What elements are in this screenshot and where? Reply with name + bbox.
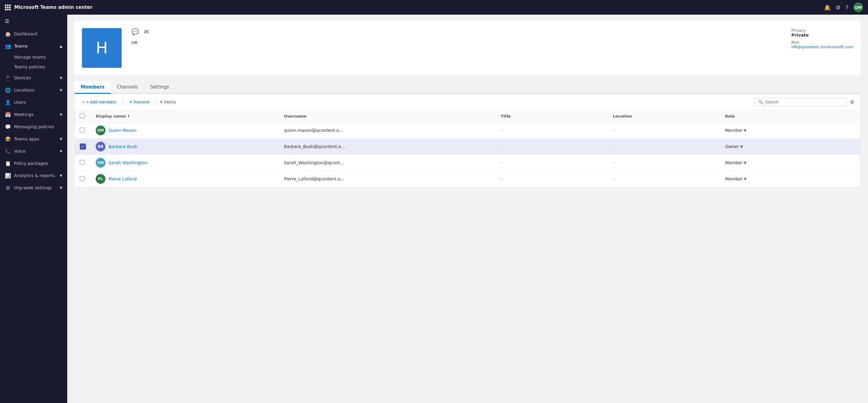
mail-icon[interactable]: ✉: [144, 28, 149, 35]
sidebar-item-org-wide[interactable]: ⚙ Org-wide settings ▼: [0, 182, 67, 194]
sidebar-label-locations: Locations: [14, 88, 57, 93]
add-icon: +: [82, 100, 85, 104]
settings-icon[interactable]: ⚙: [836, 4, 840, 11]
row3-title: -: [496, 155, 608, 171]
org-wide-chevron-icon: ▼: [60, 186, 62, 190]
team-logo: H: [82, 28, 122, 68]
search-input[interactable]: [765, 100, 843, 104]
row2-checkbox-cell[interactable]: ✓: [75, 139, 91, 155]
tab-settings[interactable]: Settings: [144, 81, 175, 94]
table-area: + + Add members ✕ Remove 4 Items 🔍 ⚙: [74, 94, 861, 188]
row2-role: Owner ▼: [720, 139, 860, 155]
sidebar-label-teams: Teams: [14, 44, 57, 48]
table-row: QM Quinn Mason quinn.mason@qcontent.o...…: [75, 123, 860, 139]
mail-value[interactable]: HR@qcontent.onmicrosoft.com: [791, 44, 853, 49]
row4-checkbox-cell[interactable]: [75, 171, 91, 187]
add-members-label: + Add members: [86, 100, 116, 104]
sidebar-item-manage-teams[interactable]: Manage teams: [14, 52, 67, 62]
row2-check-selected[interactable]: ✓: [80, 143, 86, 149]
row4-name-link[interactable]: Pierre Lafond: [108, 176, 136, 181]
app-grid-icon[interactable]: [5, 5, 11, 10]
tab-channels[interactable]: Channels: [111, 81, 144, 94]
row3-role: Member ▼: [720, 155, 860, 171]
team-name: HR: [131, 40, 781, 45]
meetings-chevron-icon: ▼: [60, 113, 62, 116]
sidebar-item-teams-apps[interactable]: 📦 Teams apps ▼: [0, 133, 67, 145]
tab-members[interactable]: Members: [74, 81, 111, 94]
sidebar-hamburger[interactable]: ☰: [0, 15, 67, 28]
layout: ☰ 🏠 Dashboard 👥 Teams ▲ Manage teams Tea…: [0, 15, 868, 403]
users-icon: 👤: [5, 99, 11, 105]
team-logo-letter: H: [96, 39, 107, 57]
add-members-button[interactable]: + + Add members: [80, 98, 119, 106]
privacy-value: Private: [791, 33, 853, 38]
row3-role-select[interactable]: Member ▼: [725, 160, 856, 165]
analytics-icon: 📊: [5, 172, 11, 178]
row2-title: -: [496, 139, 608, 155]
row2-role-select[interactable]: Owner ▼: [725, 144, 856, 149]
row2-name-cell: BB Barbara Bush: [91, 139, 279, 155]
sidebar-item-policy[interactable]: 📋 Policy packages: [0, 157, 67, 169]
chat-icon[interactable]: 💬: [131, 28, 139, 35]
sidebar-label-org-wide: Org-wide settings: [14, 185, 57, 190]
toolbar-divider: [123, 99, 123, 105]
th-display-name[interactable]: Display name ↑: [91, 110, 279, 123]
th-username: Username: [279, 110, 496, 123]
voice-icon: 📞: [5, 148, 11, 154]
sidebar-item-analytics[interactable]: 📊 Analytics & reports ▼: [0, 169, 67, 182]
row4-role-select[interactable]: Member ▼: [725, 176, 856, 181]
row1-name-cell: QM Quinn Mason: [91, 123, 279, 139]
sidebar-label-dashboard: Dashboard: [14, 31, 62, 36]
sidebar-item-meetings[interactable]: 📅 Meetings ▼: [0, 108, 67, 121]
dashboard-icon: 🏠: [5, 31, 11, 37]
notification-icon[interactable]: 🔔: [824, 4, 831, 11]
row2-role-chevron-icon: ▼: [740, 145, 743, 149]
row2-avatar: BB: [96, 142, 105, 152]
select-all-checkbox[interactable]: [80, 113, 85, 118]
main-content: H 💬 ✉ HR Privacy Private Mail HR@qconten…: [67, 15, 868, 403]
devices-icon: 📱: [5, 75, 11, 81]
row4-checkbox[interactable]: [80, 176, 85, 181]
search-wrapper: 🔍 ⚙: [754, 98, 856, 106]
sidebar-label-meetings: Meetings: [14, 112, 57, 117]
search-box: 🔍: [754, 98, 846, 106]
sidebar-item-teams[interactable]: 👥 Teams ▲: [0, 40, 67, 52]
org-wide-icon: ⚙: [5, 185, 11, 191]
column-settings-button[interactable]: ⚙: [849, 98, 856, 106]
row1-username: quinn.mason@qcontent.o...: [279, 123, 496, 139]
row4-name-cell: PL Pierre Lafond: [91, 171, 279, 187]
devices-chevron-icon: ▼: [60, 76, 62, 80]
sidebar-label-messaging: Messaging policies: [14, 124, 62, 129]
app-title: Microsoft Teams admin center: [14, 5, 820, 10]
analytics-chevron-icon: ▼: [60, 174, 62, 178]
sidebar-item-dashboard[interactable]: 🏠 Dashboard: [0, 28, 67, 40]
items-count: 4 Items: [160, 100, 176, 104]
sidebar-label-devices: Devices: [14, 75, 57, 80]
row1-checkbox[interactable]: [80, 128, 85, 133]
sidebar-item-voice[interactable]: 📞 Voice ▼: [0, 145, 67, 157]
sidebar-label-voice: Voice: [14, 149, 57, 154]
voice-chevron-icon: ▼: [60, 149, 62, 153]
row3-checkbox[interactable]: [80, 160, 85, 165]
tabs-bar: Members Channels Settings: [74, 81, 861, 94]
row4-role-chevron-icon: ▼: [744, 177, 746, 181]
help-icon[interactable]: ?: [845, 4, 848, 11]
row3-checkbox-cell[interactable]: [75, 155, 91, 171]
row1-role-select[interactable]: Member ▼: [725, 128, 856, 133]
row1-checkbox-cell[interactable]: [75, 123, 91, 139]
row1-role: Member ▼: [720, 123, 860, 139]
sidebar-item-devices[interactable]: 📱 Devices ▼: [0, 72, 67, 84]
sidebar-label-users: Users: [14, 100, 62, 105]
row2-location: -: [608, 139, 720, 155]
remove-button[interactable]: ✕ Remove: [127, 98, 152, 106]
row1-name-link[interactable]: Quinn Mason: [108, 128, 136, 133]
sidebar-item-messaging[interactable]: 💬 Messaging policies: [0, 121, 67, 133]
sidebar-item-users[interactable]: 👤 Users: [0, 96, 67, 108]
row2-name-link[interactable]: Barbara Bush: [108, 144, 137, 149]
user-avatar[interactable]: QM: [853, 2, 863, 12]
sidebar-item-locations[interactable]: 🌐 Locations ▼: [0, 84, 67, 96]
sidebar-item-teams-policies[interactable]: Teams policies: [14, 62, 67, 72]
row3-role-chevron-icon: ▼: [744, 161, 746, 165]
meetings-icon: 📅: [5, 111, 11, 117]
row3-name-link[interactable]: Sarah Washington: [108, 160, 147, 165]
